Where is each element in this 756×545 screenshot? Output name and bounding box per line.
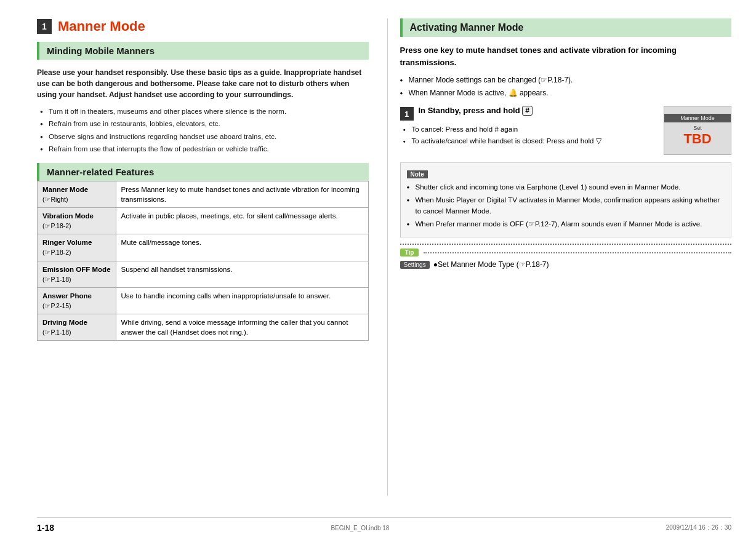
- step1-content: 1 In Standby, press and hold # To cancel…: [400, 106, 657, 148]
- chapter-title-row: 1 Manner Mode: [37, 18, 369, 34]
- intro-text: Please use your handset responsibly. Use…: [37, 68, 361, 99]
- table-row: Emission OFF Mode (☞P.1-18) Suspend all …: [38, 261, 369, 287]
- intro-paragraph: Please use your handset responsibly. Use…: [37, 67, 369, 100]
- table-row: Answer Phone (☞P.2-15) Use to handle inc…: [38, 287, 369, 314]
- table-row: Ringer Volume (☞P.18-2) Mute call/messag…: [38, 234, 369, 261]
- list-item: When Music Player or Digital TV activate…: [407, 195, 725, 217]
- left-column: 1 Manner Mode Minding Mobile Manners Ple…: [37, 18, 369, 496]
- list-item: When Prefer manner mode is OFF (☞P.12-7)…: [407, 219, 725, 229]
- table-cell-desc: Use to handle incoming calls when inappr…: [116, 287, 368, 314]
- table-cell-desc: Suspend all handset transmissions.: [116, 261, 368, 287]
- table-cell-desc: Press Manner key to mute handset tones a…: [116, 181, 368, 208]
- list-item: Observe signs and instructions regarding…: [40, 132, 369, 142]
- list-item: Refrain from use in restaurants, lobbies…: [40, 119, 369, 129]
- features-section: Manner-related Features Manner Mode (☞Ri…: [37, 163, 369, 341]
- list-item: Turn it off in theaters, museums and oth…: [40, 106, 369, 117]
- note-label: Note: [407, 170, 428, 178]
- list-item: Shutter click and incoming tone via Earp…: [407, 182, 725, 193]
- step1-sub-list: To cancel: Press and hold # again To act…: [400, 124, 657, 147]
- table-cell-desc: Activate in public places, meetings, etc…: [116, 208, 368, 234]
- activating-header: Activating Manner Mode: [410, 22, 725, 33]
- chapter-badge: 1: [37, 19, 52, 34]
- page: Getting Started 1 Manner Mode Minding Mo…: [0, 0, 756, 545]
- tip-dot-line: [424, 252, 731, 253]
- tip-label: Tip: [400, 249, 419, 257]
- table-cell-mode: Emission OFF Mode (☞P.1-18): [38, 261, 116, 287]
- table-cell-mode: Ringer Volume (☞P.18-2): [38, 234, 116, 261]
- list-item: Manner Mode settings can be changed (☞P.…: [400, 74, 732, 86]
- features-table: Manner Mode (☞Right) Press Manner key to…: [37, 181, 369, 341]
- table-cell-mode: Driving Mode (☞P.1-18): [38, 314, 116, 340]
- features-header: Manner-related Features: [47, 167, 361, 177]
- settings-text: ●Set Manner Mode Type (☞P.18-7): [433, 260, 549, 269]
- minding-bullet-list: Turn it off in theaters, museums and oth…: [37, 106, 369, 154]
- features-header-box: Manner-related Features: [37, 163, 369, 181]
- table-row: Driving Mode (☞P.1-18) While driving, se…: [38, 314, 369, 340]
- settings-label: Settings: [400, 261, 430, 269]
- activating-header-box: Activating Manner Mode: [400, 18, 732, 37]
- list-item: Refrain from use that interrupts the flo…: [40, 144, 369, 154]
- table-cell-desc: While driving, send a voice message info…: [116, 314, 368, 340]
- intro-bold-text: Press one key to mute handset tones and …: [400, 44, 732, 68]
- list-item: To cancel: Press and hold # again: [403, 124, 657, 135]
- table-row: Vibration Mode (☞P.18-2) Activate in pub…: [38, 208, 369, 234]
- tbd-text: TBD: [683, 131, 711, 147]
- list-item: To activate/cancel while handset is clos…: [403, 136, 657, 146]
- settings-row: Settings ●Set Manner Mode Type (☞P.18-7): [400, 260, 732, 269]
- page-footer: 1-18 BEGIN_E_OI.indb 18 2009/12/14 16：26…: [37, 517, 731, 533]
- chapter-title: Manner Mode: [58, 18, 145, 34]
- tbd-set-label: Set: [693, 125, 702, 131]
- table-row: Manner Mode (☞Right) Press Manner key to…: [38, 181, 369, 208]
- table-cell-mode: Vibration Mode (☞P.18-2): [38, 208, 116, 234]
- hash-key-icon: #: [522, 106, 533, 116]
- footer-file: BEGIN_E_OI.indb 18: [331, 525, 389, 531]
- tbd-title-bar: Manner Mode: [664, 114, 731, 122]
- step1-main: In Standby, press and hold #: [419, 106, 533, 116]
- minding-header: Minding Mobile Manners: [47, 46, 361, 56]
- step1-number: 1: [400, 107, 414, 121]
- right-bullet-list: Manner Mode settings can be changed (☞P.…: [400, 74, 732, 98]
- table-cell-desc: Mute call/message tones.: [116, 234, 368, 261]
- tbd-image: Manner Mode Set TBD: [664, 106, 731, 155]
- page-number: 1-18: [37, 523, 54, 533]
- right-column: Activating Manner Mode Press one key to …: [387, 18, 732, 496]
- minding-header-box: Minding Mobile Manners: [37, 42, 369, 60]
- list-item: When Manner Mode is active, 🔔 appears.: [400, 87, 732, 98]
- footer-date: 2009/12/14 16：26：30: [666, 523, 731, 532]
- tip-row: Tip: [400, 244, 732, 257]
- note-box: Note Shutter click and incoming tone via…: [400, 162, 732, 237]
- note-list: Shutter click and incoming tone via Earp…: [407, 182, 725, 229]
- step1-section: 1 In Standby, press and hold # To cancel…: [400, 106, 732, 155]
- table-cell-mode: Manner Mode (☞Right): [38, 181, 116, 208]
- table-cell-mode: Answer Phone (☞P.2-15): [38, 287, 116, 314]
